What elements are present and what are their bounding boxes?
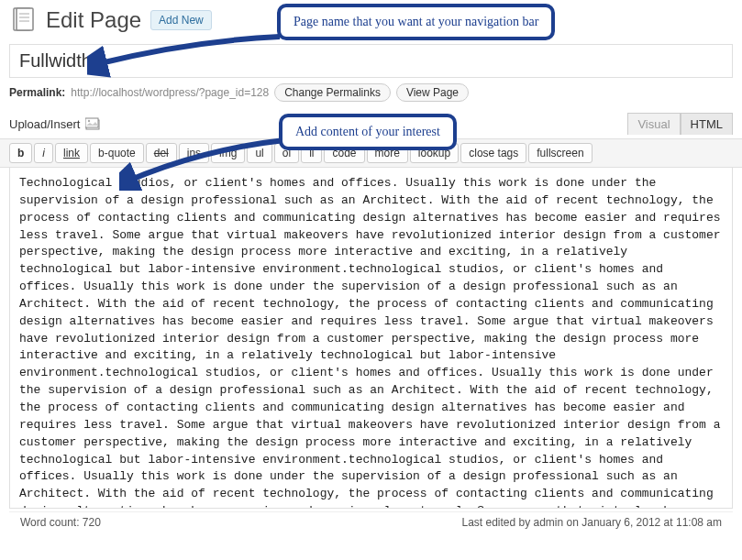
callout-title: Page name that you want at your navigati… (277, 4, 555, 40)
svg-rect-1 (17, 8, 33, 30)
media-icon[interactable] (85, 117, 100, 130)
callout-content: Add content of your interest (279, 114, 457, 150)
arrow-title-icon (87, 32, 289, 78)
tb-bold[interactable]: b (9, 143, 32, 163)
permalink-url: http://localhost/wordpress/?page_id=128 (71, 86, 269, 99)
permalink-row: Permalink: http://localhost/wordpress/?p… (0, 78, 742, 107)
arrow-content-icon (119, 136, 293, 191)
tb-fullscreen[interactable]: fullscreen (528, 143, 592, 163)
upload-insert-label: Upload/Insert (9, 117, 80, 131)
upload-insert[interactable]: Upload/Insert (9, 117, 100, 131)
tb-italic[interactable]: i (34, 143, 53, 163)
word-count: Word count: 720 (20, 516, 101, 529)
change-permalinks-button[interactable]: Change Permalinks (274, 83, 391, 102)
status-bar: Word count: 720 Last edited by admin on … (9, 511, 733, 536)
content-editor[interactable] (9, 168, 733, 509)
tab-html[interactable]: HTML (681, 113, 733, 135)
permalink-label: Permalink: (9, 86, 65, 99)
svg-point-7 (88, 120, 90, 122)
svg-rect-6 (85, 118, 98, 127)
page-icon (9, 5, 39, 35)
view-page-button[interactable]: View Page (396, 83, 469, 102)
page-title: Edit Page (46, 7, 141, 33)
tb-closetags[interactable]: close tags (460, 143, 526, 163)
editor-tabs: Visual HTML (627, 113, 733, 135)
add-new-button[interactable]: Add New (150, 10, 212, 30)
tb-link[interactable]: link (55, 143, 88, 163)
tab-visual[interactable]: Visual (627, 113, 680, 135)
last-edited: Last edited by admin on January 6, 2012 … (461, 516, 722, 529)
editor-wrap (0, 168, 742, 511)
